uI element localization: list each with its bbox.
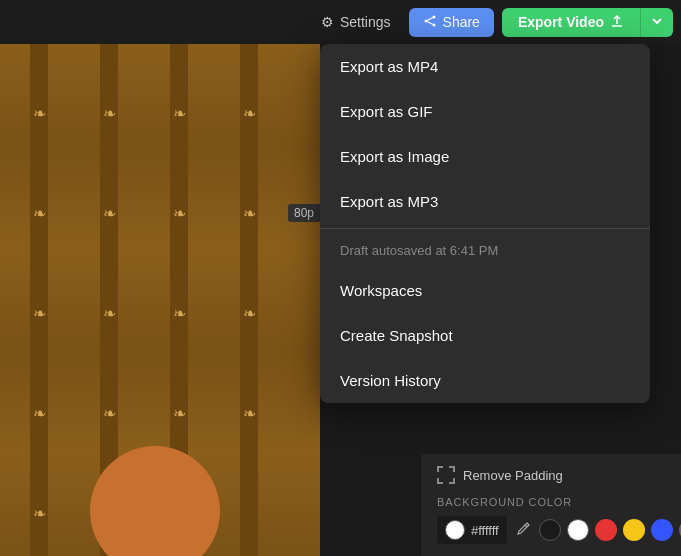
export-mp3-label: Export as MP3 xyxy=(340,193,438,210)
color-row: #ffffff + xyxy=(437,516,665,544)
color-swatch-red[interactable] xyxy=(595,519,617,541)
export-video-button[interactable]: Export Video xyxy=(502,8,640,37)
version-history-label: Version History xyxy=(340,372,441,389)
settings-button[interactable]: ⚙ Settings xyxy=(311,8,401,36)
canvas-area: ❧ ❧ ❧ ❧ ❧ ❧ ❧ ❧ ❧ ❧ ❧ ❧ ❧ ❧ ❧ ❧ xyxy=(0,44,320,556)
share-icon xyxy=(423,14,437,31)
export-gif-label: Export as GIF xyxy=(340,103,433,120)
plant-icon: ❧ xyxy=(173,304,186,323)
stripe-1: ❧ ❧ ❧ ❧ ❧ xyxy=(30,44,48,556)
plant-icon: ❧ xyxy=(243,304,256,323)
menu-item-create-snapshot[interactable]: Create Snapshot xyxy=(320,313,650,358)
bottom-panel: Remove Padding BACKGROUND COLOR #ffffff xyxy=(421,454,681,556)
remove-padding-label: Remove Padding xyxy=(463,468,563,483)
share-button[interactable]: Share xyxy=(409,8,494,37)
plant-icon: ❧ xyxy=(243,404,256,423)
plant-icon: ❧ xyxy=(33,504,46,523)
stripe-4: ❧ ❧ ❧ ❧ xyxy=(240,44,258,556)
plant-icon: ❧ xyxy=(243,204,256,223)
export-group: Export Video xyxy=(502,8,673,37)
menu-item-export-mp4[interactable]: Export as MP4 xyxy=(320,44,650,89)
plant-icon: ❧ xyxy=(33,404,46,423)
plant-icon: ❧ xyxy=(103,404,116,423)
plant-icon: ❧ xyxy=(33,304,46,323)
plant-icon: ❧ xyxy=(33,104,46,123)
resolution-badge: 80p xyxy=(288,204,320,222)
chevron-down-icon xyxy=(651,15,663,30)
color-swatches: + xyxy=(539,519,681,541)
main-area: ❧ ❧ ❧ ❧ ❧ ❧ ❧ ❧ ❧ ❧ ❧ ❧ ❧ ❧ ❧ ❧ xyxy=(0,44,681,556)
color-swatch-black[interactable] xyxy=(539,519,561,541)
export-video-label: Export Video xyxy=(518,14,604,30)
bg-color-section: BACKGROUND COLOR #ffffff xyxy=(437,496,665,544)
menu-item-workspaces[interactable]: Workspaces xyxy=(320,268,650,313)
topbar: ⚙ Settings Share Export Video xyxy=(0,0,681,44)
plant-icon: ❧ xyxy=(33,204,46,223)
plant-icon: ❧ xyxy=(173,104,186,123)
svg-line-4 xyxy=(426,21,434,25)
remove-padding-icon xyxy=(437,466,455,484)
color-swatch-white2[interactable] xyxy=(567,519,589,541)
menu-item-version-history[interactable]: Version History xyxy=(320,358,650,403)
share-label: Share xyxy=(443,14,480,30)
plant-icon: ❧ xyxy=(173,204,186,223)
export-image-label: Export as Image xyxy=(340,148,449,165)
workspaces-label: Workspaces xyxy=(340,282,422,299)
color-swatch-blue[interactable] xyxy=(651,519,673,541)
plant-icon: ❧ xyxy=(173,404,186,423)
menu-item-export-gif[interactable]: Export as GIF xyxy=(320,89,650,134)
menu-divider xyxy=(320,228,650,229)
color-input-group[interactable]: #ffffff xyxy=(437,516,507,544)
plant-icon: ❧ xyxy=(103,304,116,323)
hex-value: #ffffff xyxy=(471,523,499,538)
export-mp4-label: Export as MP4 xyxy=(340,58,438,75)
svg-line-3 xyxy=(426,17,434,21)
plant-icon: ❧ xyxy=(103,204,116,223)
dropdown-menu: Export as MP4 Export as GIF Export as Im… xyxy=(320,44,650,403)
bg-color-label: BACKGROUND COLOR xyxy=(437,496,665,508)
create-snapshot-label: Create Snapshot xyxy=(340,327,453,344)
svg-line-6 xyxy=(525,525,527,527)
color-swatch-white xyxy=(445,520,465,540)
menu-item-export-image[interactable]: Export as Image xyxy=(320,134,650,179)
plant-icon: ❧ xyxy=(103,104,116,123)
gear-icon: ⚙ xyxy=(321,14,334,30)
canvas-background: ❧ ❧ ❧ ❧ ❧ ❧ ❧ ❧ ❧ ❧ ❧ ❧ ❧ ❧ ❧ ❧ xyxy=(0,44,320,556)
plant-icon: ❧ xyxy=(243,104,256,123)
color-swatch-yellow[interactable] xyxy=(623,519,645,541)
menu-item-export-mp3[interactable]: Export as MP3 xyxy=(320,179,650,224)
settings-label: Settings xyxy=(340,14,391,30)
upload-icon xyxy=(610,14,624,31)
export-chevron-button[interactable] xyxy=(640,8,673,37)
eyedropper-icon[interactable] xyxy=(515,521,531,540)
autosave-text: Draft autosaved at 6:41 PM xyxy=(320,233,650,268)
remove-padding-row: Remove Padding xyxy=(437,466,665,484)
